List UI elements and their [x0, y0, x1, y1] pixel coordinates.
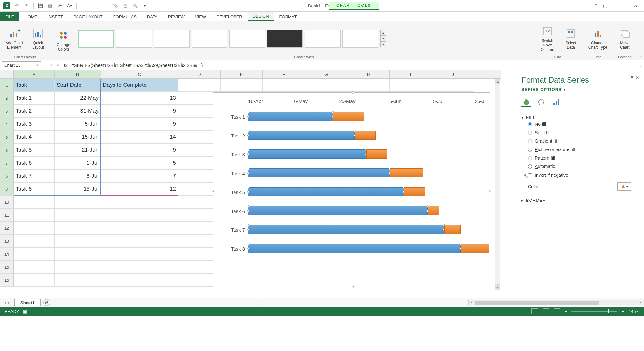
page-layout-view-button[interactable] [543, 308, 549, 314]
cell[interactable]: 1-Jul [55, 157, 101, 170]
qat-button[interactable]: 📎 [112, 2, 119, 9]
normal-view-button[interactable] [531, 308, 538, 314]
tab-developer[interactable]: DEVELOPER [211, 12, 247, 21]
series-days-bar[interactable] [461, 244, 489, 253]
row-header-8[interactable]: 8 [0, 170, 14, 183]
col-header-F[interactable]: F [263, 70, 305, 78]
chart-style-2[interactable] [116, 30, 152, 48]
pane-close-button[interactable]: ▼ ✕ [630, 75, 639, 80]
row-header-3[interactable]: 3 [0, 105, 14, 118]
row-header-12[interactable]: 12 [0, 222, 14, 235]
qat-combo[interactable] [80, 3, 109, 9]
series-start-date-bar[interactable] [248, 187, 404, 196]
row-header-7[interactable]: 7 [0, 157, 14, 170]
series-days-bar[interactable] [333, 112, 364, 121]
cell[interactable]: 7 [101, 170, 178, 183]
undo-button[interactable]: ↶ [13, 2, 20, 9]
col-header-A[interactable]: A [14, 70, 55, 78]
name-box[interactable]: Chart 13▼ [2, 61, 41, 69]
cell[interactable] [432, 79, 474, 92]
fill-line-tab-icon[interactable] [521, 97, 531, 107]
cell[interactable] [101, 209, 178, 222]
cell[interactable] [55, 248, 101, 261]
tab-page-layout[interactable]: PAGE LAYOUT [68, 12, 108, 21]
cell[interactable]: Start Date [55, 79, 101, 92]
cell[interactable]: 8-Jul [55, 170, 101, 183]
font-dec-button[interactable]: A▾ [56, 2, 63, 9]
cell[interactable]: 13 [101, 92, 178, 105]
zoom-level[interactable]: 145% [629, 309, 639, 314]
cell[interactable] [101, 196, 178, 209]
styles-scroll-up[interactable]: ▴ [380, 30, 386, 36]
fx-button[interactable]: fx [62, 63, 69, 68]
cancel-formula-button[interactable]: ✕ [50, 63, 53, 68]
cell[interactable] [55, 261, 101, 274]
worksheet-grid[interactable]: A B C D E F G H I J 12345678910111213141… [0, 70, 501, 298]
cell[interactable] [14, 274, 55, 287]
save-button[interactable]: 💾 [37, 2, 44, 9]
chart-style-7[interactable] [305, 30, 341, 48]
chart-style-3[interactable] [154, 30, 190, 48]
cell[interactable] [101, 235, 178, 248]
cell[interactable] [55, 209, 101, 222]
cell[interactable] [14, 261, 55, 274]
horizontal-scrollbar[interactable]: ◂ ▸ [468, 300, 644, 306]
col-header-I[interactable]: I [390, 70, 432, 78]
row-header-15[interactable]: 15 [0, 261, 14, 274]
row-header-6[interactable]: 6 [0, 144, 14, 157]
quick-layout-button[interactable]: Quick Layout [28, 26, 48, 51]
cell[interactable] [101, 261, 178, 274]
page-break-view-button[interactable] [554, 308, 560, 314]
collapse-ribbon-button[interactable]: ˆ [637, 21, 644, 60]
cell[interactable]: 5-Jun [55, 118, 101, 131]
row-header-1[interactable]: 1 [0, 79, 14, 92]
col-header-G[interactable]: G [305, 70, 347, 78]
font-inc-button[interactable]: A▾ [66, 2, 73, 9]
cell[interactable] [263, 79, 305, 92]
cell[interactable] [55, 235, 101, 248]
add-chart-element-button[interactable]: + Add Chart Element [3, 26, 26, 51]
change-colors-button[interactable]: Change Colors [54, 28, 73, 53]
series-start-date-bar[interactable] [248, 168, 390, 177]
tab-format[interactable]: FORMAT [274, 12, 302, 21]
cell[interactable]: Task 8 [14, 183, 55, 196]
cell[interactable]: Task 7 [14, 170, 55, 183]
effects-tab-icon[interactable] [536, 97, 546, 107]
minimize-button[interactable]: — [613, 3, 618, 8]
qat-button[interactable]: ▤ [122, 2, 129, 9]
cell[interactable]: Days to Complete [101, 79, 178, 92]
series-options-tab-icon[interactable] [551, 97, 561, 107]
row-header-16[interactable]: 16 [0, 274, 14, 287]
row-header-9[interactable]: 9 [0, 183, 14, 196]
tab-review[interactable]: REVIEW [163, 12, 190, 21]
expand-formula-bar[interactable]: ⌄ [637, 63, 644, 68]
cell[interactable]: 14 [101, 131, 178, 144]
series-days-bar[interactable] [428, 206, 439, 215]
cell[interactable]: Task 3 [14, 118, 55, 131]
fill-option-radio[interactable]: Picture or texture fill [521, 145, 637, 154]
tab-file[interactable]: FILE [0, 12, 19, 21]
row-header-4[interactable]: 4 [0, 118, 14, 131]
cell[interactable]: 15-Jun [55, 131, 101, 144]
row-header-11[interactable]: 11 [0, 209, 14, 222]
switch-row-column-button[interactable]: Switch Row/ Column [535, 24, 560, 53]
maximize-button[interactable]: ▢ [624, 3, 628, 8]
cell[interactable]: 21-Jun [55, 144, 101, 157]
enter-formula-button[interactable]: ✓ [56, 63, 60, 68]
col-header-B[interactable]: B [55, 70, 101, 78]
hscroll-right[interactable]: ▸ [638, 300, 644, 305]
zoom-out-button[interactable]: − [565, 309, 567, 314]
cell[interactable] [101, 222, 178, 235]
border-section-toggle[interactable]: ▸BORDER [521, 198, 637, 203]
cell[interactable]: 22-May [55, 92, 101, 105]
chart-style-5[interactable] [229, 30, 265, 48]
redo-button[interactable]: ↷ [23, 2, 30, 9]
sheet-nav-prev[interactable]: ◂ [4, 300, 6, 305]
series-start-date-bar[interactable] [248, 244, 461, 253]
col-header-E[interactable]: E [221, 70, 263, 78]
row-header-13[interactable]: 13 [0, 235, 14, 248]
invert-if-negative-checkbox[interactable]: Invert if negative [521, 171, 637, 180]
cell[interactable]: 9 [101, 118, 178, 131]
styles-more[interactable]: ▾ [380, 42, 386, 47]
select-all-corner[interactable] [0, 70, 14, 78]
